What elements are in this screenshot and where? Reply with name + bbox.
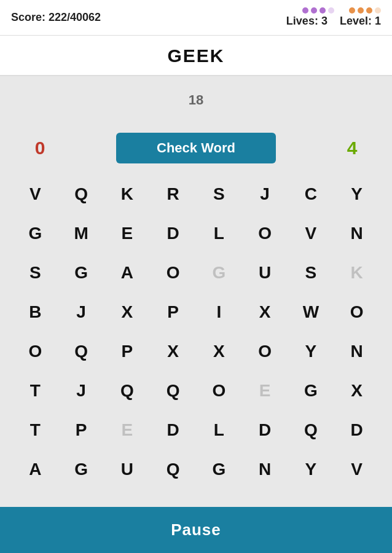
grid-cell-0-4[interactable]: S [198, 176, 240, 213]
level-dot-1 [349, 7, 355, 14]
grid-cell-0-5[interactable]: J [244, 176, 286, 213]
check-word-button[interactable]: Check Word [116, 133, 276, 163]
left-counter: 0 [12, 138, 68, 159]
grid-cell-4-2[interactable]: P [106, 333, 148, 370]
grid-cell-2-1[interactable]: G [60, 254, 102, 291]
grid-cell-0-0[interactable]: V [14, 176, 56, 213]
grid-row-2: SGAOGUSK [12, 254, 380, 291]
lives-value: 3 [321, 15, 327, 27]
grid-row-3: BJXPIXWO [12, 294, 380, 331]
grid-cell-0-2[interactable]: K [106, 176, 148, 213]
grid-cell-4-7[interactable]: N [336, 333, 378, 370]
grid-cell-5-7[interactable]: X [336, 372, 378, 409]
grid-cell-1-6[interactable]: V [290, 215, 332, 252]
life-dot-3 [319, 7, 326, 14]
grid-cell-7-2[interactable]: U [106, 451, 148, 488]
grid-cell-4-3[interactable]: X [152, 333, 194, 370]
grid-cell-5-6[interactable]: G [290, 372, 332, 409]
move-count: 18 [12, 92, 380, 108]
grid-cell-1-0[interactable]: G [14, 215, 56, 252]
grid-cell-6-1[interactable]: P [60, 412, 102, 449]
level-dot-3 [366, 7, 372, 14]
grid-cell-2-3[interactable]: O [152, 254, 194, 291]
grid-cell-3-5[interactable]: X [244, 294, 286, 331]
level-label: Level: [340, 15, 372, 27]
level-dot-2 [358, 7, 364, 14]
grid-cell-5-2[interactable]: Q [106, 372, 148, 409]
grid-cell-3-3[interactable]: P [152, 294, 194, 331]
grid-cell-6-5[interactable]: D [244, 412, 286, 449]
grid-cell-1-4[interactable]: L [198, 215, 240, 252]
lives-dots-row [302, 7, 381, 14]
grid-cell-6-3[interactable]: D [152, 412, 194, 449]
grid-cell-1-1[interactable]: M [60, 215, 102, 252]
grid-cell-2-7[interactable]: K [336, 254, 378, 291]
grid-cell-3-4[interactable]: I [198, 294, 240, 331]
score-label: Score: [11, 11, 45, 23]
grid-cell-6-0[interactable]: T [14, 412, 56, 449]
counter-row: 0 Check Word 4 [12, 133, 380, 163]
grid-cell-0-6[interactable]: C [290, 176, 332, 213]
grid-cell-4-1[interactable]: Q [60, 333, 102, 370]
header: Score: 222/40062 Lives: 3 Level: 1 [0, 0, 392, 36]
grid-cell-6-7[interactable]: D [336, 412, 378, 449]
grid-cell-7-7[interactable]: V [336, 451, 378, 488]
score-value: 222/40062 [49, 11, 101, 23]
grid-cell-6-6[interactable]: Q [290, 412, 332, 449]
grid-cell-2-6[interactable]: S [290, 254, 332, 291]
grid-cell-1-5[interactable]: O [244, 215, 286, 252]
grid-cell-6-2[interactable]: E [106, 412, 148, 449]
grid-cell-3-1[interactable]: J [60, 294, 102, 331]
lives-label: Lives: [286, 15, 318, 27]
grid-cell-2-4[interactable]: G [198, 254, 240, 291]
grid-cell-6-4[interactable]: L [198, 412, 240, 449]
grid-cell-1-3[interactable]: D [152, 215, 194, 252]
grid-row-0: VQKRSJCY [12, 176, 380, 213]
life-dot-1 [302, 7, 308, 14]
grid-row-1: GMEDLOVN [12, 215, 380, 252]
grid-cell-7-0[interactable]: A [14, 451, 56, 488]
grid-cell-5-0[interactable]: T [14, 372, 56, 409]
grid-cell-3-7[interactable]: O [336, 294, 378, 331]
grid-cell-2-0[interactable]: S [14, 254, 56, 291]
grid-cell-0-1[interactable]: Q [60, 176, 102, 213]
grid-cell-5-4[interactable]: O [198, 372, 240, 409]
right-counter: 4 [324, 138, 380, 159]
grid-cell-3-0[interactable]: B [14, 294, 56, 331]
score-text: Score: 222/40062 [11, 11, 101, 23]
word-display: GEEK [0, 36, 392, 76]
grid-row-7: AGUQGNYV [12, 451, 380, 488]
level-value: 1 [375, 15, 381, 27]
grid-cell-0-7[interactable]: Y [336, 176, 378, 213]
grid-cell-7-6[interactable]: Y [290, 451, 332, 488]
grid-cell-4-0[interactable]: O [14, 333, 56, 370]
grid-cell-4-4[interactable]: X [198, 333, 240, 370]
lives-level-text: Lives: 3 Level: 1 [286, 15, 381, 28]
grid-cell-4-6[interactable]: Y [290, 333, 332, 370]
lives-level-area: Lives: 3 Level: 1 [286, 7, 381, 28]
pause-button[interactable]: Pause [0, 507, 392, 553]
grid-cell-7-1[interactable]: G [60, 451, 102, 488]
grid-cell-4-5[interactable]: O [244, 333, 286, 370]
grid-cell-2-2[interactable]: A [106, 254, 148, 291]
level-dot-4 [375, 7, 381, 14]
grid-cell-7-5[interactable]: N [244, 451, 286, 488]
grid-cell-7-4[interactable]: G [198, 451, 240, 488]
grid-cell-1-7[interactable]: N [336, 215, 378, 252]
grid-cell-3-6[interactable]: W [290, 294, 332, 331]
grid-row-6: TPEDLDQD [12, 412, 380, 449]
current-word: GEEK [167, 45, 224, 66]
grid-cell-3-2[interactable]: X [106, 294, 148, 331]
life-dot-4 [328, 7, 334, 14]
score-area: Score: 222/40062 [11, 11, 101, 24]
grid-row-4: OQPXXOYN [12, 333, 380, 370]
grid-cell-1-2[interactable]: E [106, 215, 148, 252]
grid-cell-2-5[interactable]: U [244, 254, 286, 291]
grid-cell-5-5[interactable]: E [244, 372, 286, 409]
grid-cell-5-1[interactable]: J [60, 372, 102, 409]
grid-row-5: TJQQOEGX [12, 372, 380, 409]
grid-cell-7-3[interactable]: Q [152, 451, 194, 488]
grid-cell-0-3[interactable]: R [152, 176, 194, 213]
grid-cell-5-3[interactable]: Q [152, 372, 194, 409]
letter-grid: VQKRSJCYGMEDLOVNSGAOGUSKBJXPIXWOOQPXXOYN… [12, 176, 380, 488]
